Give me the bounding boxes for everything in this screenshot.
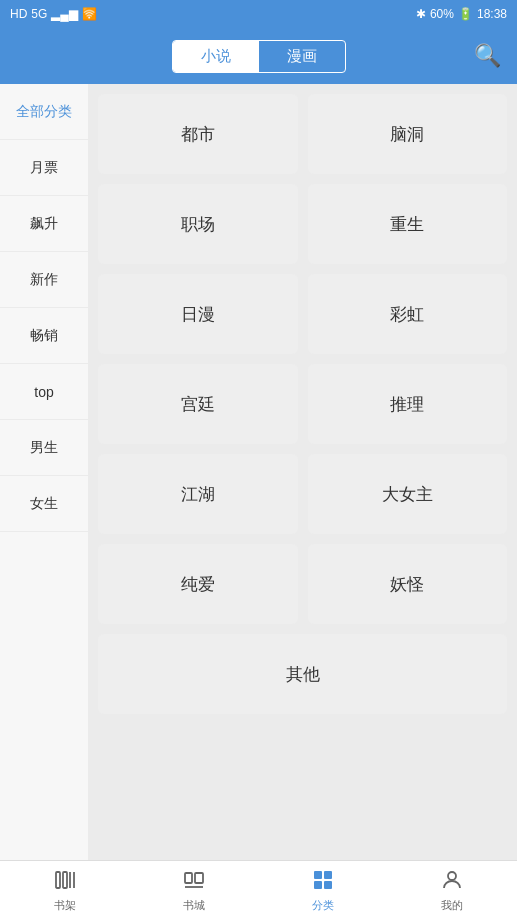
sidebar-label-all: 全部分类 bbox=[16, 103, 72, 121]
sidebar-item-rising[interactable]: 飙升 bbox=[0, 196, 88, 252]
category-label-yaoguai: 妖怪 bbox=[390, 573, 424, 596]
nav-bookshelf-label: 书架 bbox=[54, 898, 76, 913]
search-icon: 🔍 bbox=[474, 43, 501, 68]
novel-tab[interactable]: 小说 bbox=[173, 41, 259, 72]
category-label-chunai: 纯爱 bbox=[181, 573, 215, 596]
category-label-danvzhu: 大女主 bbox=[382, 483, 433, 506]
search-button[interactable]: 🔍 bbox=[474, 43, 501, 69]
category-gongting[interactable]: 宫廷 bbox=[98, 364, 298, 444]
network-icon: HD bbox=[10, 7, 27, 21]
battery-percent: 60% bbox=[430, 7, 454, 21]
category-grid: 都市 脑洞 职场 重生 日漫 彩虹 宫廷 推理 江湖 大女主 纯爱 bbox=[88, 84, 517, 860]
category-yaoguai[interactable]: 妖怪 bbox=[308, 544, 508, 624]
signal-bars: ▂▄▆ bbox=[51, 7, 78, 21]
category-label-riman: 日漫 bbox=[181, 303, 215, 326]
status-right: ✱ 60% 🔋 18:38 bbox=[416, 7, 507, 21]
category-zhichang[interactable]: 职场 bbox=[98, 184, 298, 264]
category-chongsheng[interactable]: 重生 bbox=[308, 184, 508, 264]
sidebar-item-bestseller[interactable]: 畅销 bbox=[0, 308, 88, 364]
nav-category-label: 分类 bbox=[312, 898, 334, 913]
category-jianghu[interactable]: 江湖 bbox=[98, 454, 298, 534]
category-label-gongting: 宫廷 bbox=[181, 393, 215, 416]
time-display: 18:38 bbox=[477, 7, 507, 21]
svg-rect-4 bbox=[185, 873, 192, 883]
signal-5g: 5G bbox=[31, 7, 47, 21]
sidebar-item-female[interactable]: 女生 bbox=[0, 476, 88, 532]
nav-profile[interactable]: 我的 bbox=[388, 861, 517, 920]
sidebar-item-all[interactable]: 全部分类 bbox=[0, 84, 88, 140]
sidebar-label-top: top bbox=[34, 384, 53, 400]
category-tuili[interactable]: 推理 bbox=[308, 364, 508, 444]
header: 小说 漫画 🔍 bbox=[0, 28, 517, 84]
sidebar-label-male: 男生 bbox=[30, 439, 58, 457]
svg-rect-0 bbox=[56, 872, 60, 888]
category-qita[interactable]: 其他 bbox=[98, 634, 507, 714]
sidebar-label-new: 新作 bbox=[30, 271, 58, 289]
battery-icon: 🔋 bbox=[458, 7, 473, 21]
sidebar: 全部分类 月票 飙升 新作 畅销 top 男生 女生 bbox=[0, 84, 88, 860]
category-caihong[interactable]: 彩虹 bbox=[308, 274, 508, 354]
category-label-zhichang: 职场 bbox=[181, 213, 215, 236]
category-label-dushi: 都市 bbox=[181, 123, 215, 146]
bottom-nav: 书架 书城 分类 我的 bbox=[0, 860, 517, 920]
nav-category[interactable]: 分类 bbox=[259, 861, 388, 920]
svg-rect-9 bbox=[314, 881, 322, 889]
status-bar: HD 5G ▂▄▆ 🛜 ✱ 60% 🔋 18:38 bbox=[0, 0, 517, 28]
sidebar-item-monthly[interactable]: 月票 bbox=[0, 140, 88, 196]
wifi-icon: 🛜 bbox=[82, 7, 97, 21]
sidebar-label-bestseller: 畅销 bbox=[30, 327, 58, 345]
profile-icon bbox=[440, 868, 464, 896]
bookcity-icon bbox=[182, 868, 206, 896]
manga-tab[interactable]: 漫画 bbox=[259, 41, 345, 72]
sidebar-item-new[interactable]: 新作 bbox=[0, 252, 88, 308]
sidebar-label-female: 女生 bbox=[30, 495, 58, 513]
svg-rect-7 bbox=[314, 871, 322, 879]
svg-rect-1 bbox=[63, 872, 67, 888]
category-label-jianghu: 江湖 bbox=[181, 483, 215, 506]
status-left: HD 5G ▂▄▆ 🛜 bbox=[10, 7, 97, 21]
sidebar-item-male[interactable]: 男生 bbox=[0, 420, 88, 476]
svg-rect-8 bbox=[324, 871, 332, 879]
bluetooth-icon: ✱ bbox=[416, 7, 426, 21]
nav-bookcity-label: 书城 bbox=[183, 898, 205, 913]
main-content: 全部分类 月票 飙升 新作 畅销 top 男生 女生 都市 脑洞 bbox=[0, 84, 517, 860]
nav-bookcity[interactable]: 书城 bbox=[129, 861, 258, 920]
category-dushi[interactable]: 都市 bbox=[98, 94, 298, 174]
category-danvzhu[interactable]: 大女主 bbox=[308, 454, 508, 534]
category-label-naodong: 脑洞 bbox=[390, 123, 424, 146]
category-label-qita: 其他 bbox=[286, 663, 320, 686]
sidebar-label-rising: 飙升 bbox=[30, 215, 58, 233]
bookshelf-icon bbox=[53, 868, 77, 896]
nav-bookshelf[interactable]: 书架 bbox=[0, 861, 129, 920]
category-label-tuili: 推理 bbox=[390, 393, 424, 416]
category-label-chongsheng: 重生 bbox=[390, 213, 424, 236]
content-type-toggle[interactable]: 小说 漫画 bbox=[172, 40, 346, 73]
svg-rect-10 bbox=[324, 881, 332, 889]
category-naodong[interactable]: 脑洞 bbox=[308, 94, 508, 174]
category-chunai[interactable]: 纯爱 bbox=[98, 544, 298, 624]
nav-profile-label: 我的 bbox=[441, 898, 463, 913]
svg-rect-5 bbox=[195, 873, 203, 883]
sidebar-label-monthly: 月票 bbox=[30, 159, 58, 177]
svg-point-11 bbox=[448, 872, 456, 880]
category-icon bbox=[311, 868, 335, 896]
sidebar-item-top[interactable]: top bbox=[0, 364, 88, 420]
category-riman[interactable]: 日漫 bbox=[98, 274, 298, 354]
category-label-caihong: 彩虹 bbox=[390, 303, 424, 326]
